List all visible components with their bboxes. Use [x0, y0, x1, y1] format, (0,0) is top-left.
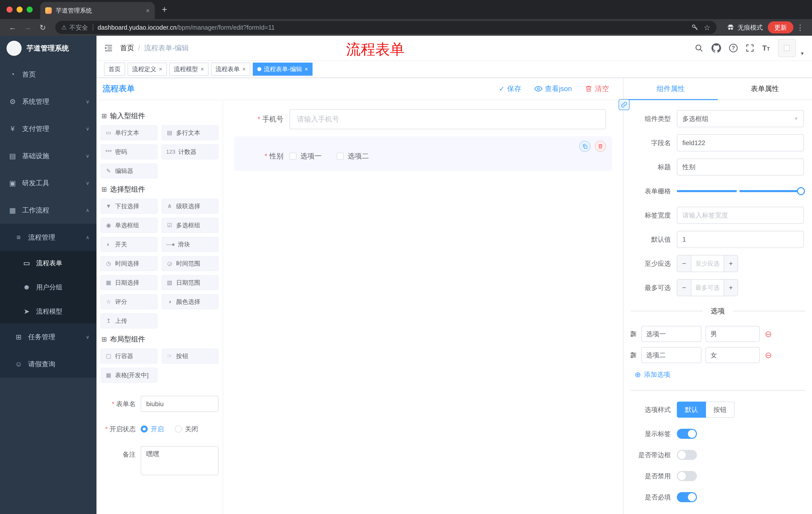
- title-input[interactable]: [677, 158, 804, 175]
- style-button-button[interactable]: 按钮: [706, 402, 735, 418]
- remark-textarea[interactable]: 嘿嘿: [141, 446, 219, 475]
- sidebar-item-system[interactable]: ⚙ 系统管理 ∨: [0, 88, 96, 115]
- sidebar-item-home[interactable]: ◔ 首页: [0, 61, 96, 88]
- new-tab-button[interactable]: +: [162, 4, 167, 15]
- option-remove-button[interactable]: ⊖: [765, 330, 772, 338]
- address-bar[interactable]: ⚠ 不安全 dashboard.yudao.iocoder.cn /bpm/ma…: [55, 21, 717, 34]
- sidebar-item-process-model[interactable]: ➤ 流程模型: [0, 299, 96, 323]
- palette-item[interactable]: ◷时间选择: [100, 256, 157, 271]
- palette-item[interactable]: ↥上传: [100, 313, 157, 328]
- sidebar-item-process-form[interactable]: ▭ 流程表单: [0, 251, 96, 275]
- palette-item[interactable]: ☆评分: [100, 294, 157, 309]
- palette-item[interactable]: ▤多行文本: [162, 125, 219, 140]
- tag-home[interactable]: 首页: [104, 63, 125, 76]
- zoom-window-button[interactable]: [27, 6, 33, 12]
- forward-button[interactable]: →: [22, 23, 34, 32]
- close-icon[interactable]: ×: [304, 65, 308, 73]
- update-button[interactable]: 更新: [768, 21, 793, 33]
- option-drag-icon[interactable]: [630, 351, 637, 359]
- palette-item[interactable]: ***密码: [100, 144, 157, 159]
- back-button[interactable]: ←: [6, 23, 19, 32]
- palette-item[interactable]: —●滑块: [162, 237, 219, 252]
- radio-open[interactable]: 开启: [141, 425, 164, 434]
- label-width-input[interactable]: [677, 207, 804, 224]
- palette-item[interactable]: 123计数器: [162, 144, 219, 159]
- form-grid-slider[interactable]: [677, 183, 804, 200]
- tag-process-form[interactable]: 流程表单 ×: [211, 63, 250, 76]
- tag-process-definition[interactable]: 流程定义 ×: [127, 63, 167, 76]
- min-select-input[interactable]: [691, 255, 724, 272]
- sidebar-item-workflow[interactable]: ▦ 工作流程 ∧: [0, 197, 96, 224]
- tag-process-model[interactable]: 流程模型 ×: [169, 63, 208, 76]
- palette-item[interactable]: ◐开关: [100, 237, 157, 252]
- default-value-input[interactable]: [677, 231, 804, 248]
- close-icon[interactable]: ×: [201, 65, 204, 73]
- close-window-button[interactable]: [6, 6, 12, 12]
- security-label[interactable]: 不安全: [69, 23, 88, 32]
- plus-button[interactable]: +: [724, 255, 737, 272]
- max-select-input[interactable]: [691, 280, 724, 296]
- palette-item[interactable]: ▧日期范围: [162, 275, 219, 290]
- form-name-input[interactable]: [141, 396, 219, 412]
- option-drag-icon[interactable]: [630, 330, 637, 338]
- save-button[interactable]: ✓ 保存: [499, 84, 521, 93]
- option-value-input[interactable]: [705, 347, 760, 363]
- minimize-window-button[interactable]: [17, 6, 23, 12]
- slider-handle[interactable]: [797, 187, 805, 195]
- canvas-field-phone[interactable]: 手机号 请输入手机号: [234, 107, 612, 131]
- required-toggle[interactable]: [677, 492, 697, 502]
- phone-input[interactable]: 请输入手机号: [289, 109, 606, 129]
- radio-closed[interactable]: 关闭: [175, 425, 198, 434]
- disabled-toggle[interactable]: [677, 471, 697, 481]
- show-label-toggle[interactable]: [677, 429, 697, 439]
- tag-process-form-edit[interactable]: 流程表单-编辑 ×: [253, 63, 313, 76]
- palette-item[interactable]: ◉单选框组: [100, 218, 157, 233]
- palette-item[interactable]: ☞按钮: [162, 349, 219, 363]
- palette-item[interactable]: ▼下拉选择: [100, 199, 157, 214]
- sidebar-item-user-groups[interactable]: ☻ 用户分组: [0, 275, 96, 299]
- option-label-input[interactable]: [641, 347, 701, 363]
- reload-button[interactable]: ↻: [37, 23, 49, 32]
- copy-field-button[interactable]: [579, 141, 590, 152]
- password-key-icon[interactable]: [691, 24, 699, 31]
- fullscreen-icon[interactable]: [746, 44, 754, 52]
- sidebar-item-devtools[interactable]: ▣ 研发工具 ∨: [0, 169, 96, 197]
- plus-button[interactable]: +: [724, 280, 737, 296]
- github-icon[interactable]: [712, 43, 721, 53]
- field-name-input[interactable]: [677, 134, 804, 152]
- checkbox-option-1[interactable]: 选项一: [289, 152, 322, 161]
- minus-button[interactable]: −: [677, 255, 691, 272]
- sidebar-item-leave-query[interactable]: ☺ 请假查询: [0, 351, 96, 378]
- palette-item[interactable]: ▦日期选择: [100, 275, 157, 290]
- close-icon[interactable]: ×: [159, 65, 162, 73]
- add-option-button[interactable]: ⊕ 添加选项: [635, 370, 670, 379]
- sidebar-item-process-management[interactable]: ≡ 流程管理 ∧: [0, 224, 96, 251]
- sidebar-item-infrastructure[interactable]: ▤ 基础设施 ∨: [0, 142, 96, 169]
- option-remove-button[interactable]: ⊖: [765, 351, 772, 359]
- border-toggle[interactable]: [677, 450, 697, 460]
- breadcrumb-home[interactable]: 首页: [120, 43, 134, 53]
- delete-field-button[interactable]: [595, 141, 606, 152]
- palette-item[interactable]: ◶时间范围: [162, 256, 219, 271]
- palette-item[interactable]: ▦表格[开发中]: [100, 368, 157, 383]
- canvas-field-gender[interactable]: 性别 选项一 选项二: [234, 136, 612, 171]
- tab-close-icon[interactable]: ×: [146, 7, 150, 15]
- palette-item[interactable]: ◑颜色选择: [162, 294, 219, 309]
- checkbox-option-2[interactable]: 选项二: [337, 152, 369, 161]
- help-icon[interactable]: ?: [729, 44, 737, 52]
- palette-item[interactable]: ✎编辑器: [100, 163, 157, 179]
- palette-item[interactable]: ▢行容器: [100, 349, 157, 363]
- minus-button[interactable]: −: [677, 280, 691, 296]
- browser-tab[interactable]: 芋道管理系统 ×: [40, 2, 155, 19]
- avatar[interactable]: [778, 39, 796, 57]
- hamburger-button[interactable]: [104, 44, 113, 53]
- tab-form-props[interactable]: 表单属性: [718, 78, 812, 100]
- bookmark-star-icon[interactable]: ☆: [704, 23, 710, 32]
- view-json-button[interactable]: 查看json: [534, 84, 572, 93]
- link-icon[interactable]: [618, 99, 630, 110]
- sidebar-item-payment[interactable]: ¥ 支付管理 ∨: [0, 115, 96, 142]
- style-default-button[interactable]: 默认: [677, 402, 706, 418]
- browser-menu-icon[interactable]: ⋮: [796, 23, 804, 32]
- logo[interactable]: 芋道管理系统: [0, 36, 96, 61]
- clear-button[interactable]: 清空: [585, 84, 609, 93]
